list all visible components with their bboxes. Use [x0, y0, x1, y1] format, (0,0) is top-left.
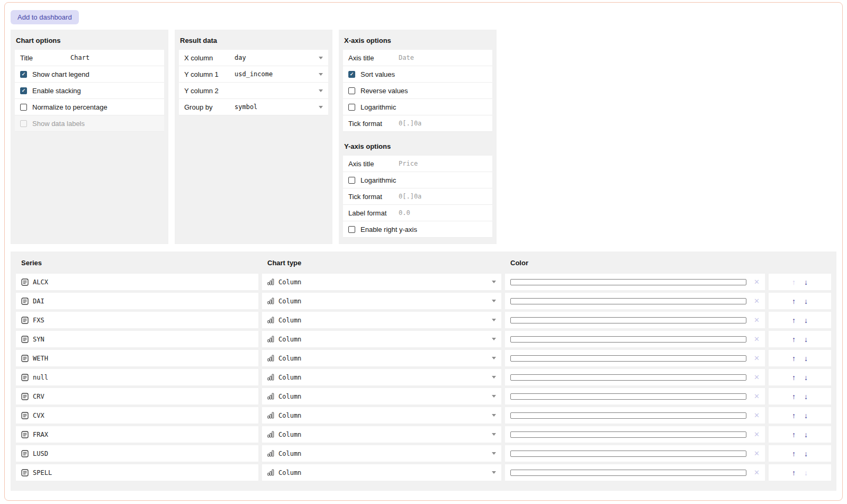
x-tick-format-input[interactable] [399, 120, 487, 127]
column-chart-icon [267, 355, 274, 362]
clear-color-icon[interactable]: ✕ [754, 297, 760, 305]
enable-right-y-axis-checkbox[interactable] [348, 226, 355, 233]
clear-color-icon[interactable]: ✕ [754, 469, 760, 476]
x-logarithmic-label: Logarithmic [361, 103, 396, 111]
clear-color-icon[interactable]: ✕ [754, 430, 760, 438]
table-row: FXS Column ✕ ↑ ↓ [16, 312, 831, 328]
clear-color-icon[interactable]: ✕ [754, 449, 760, 457]
y-column-2-select[interactable]: Y column 2 [179, 83, 328, 99]
move-up-button[interactable]: ↑ [792, 298, 796, 305]
series-legend-icon [21, 278, 29, 286]
y-column-1-select[interactable]: Y column 1 usd_income [179, 66, 328, 83]
y-label-format-input[interactable] [399, 209, 487, 217]
move-down-button[interactable]: ↓ [804, 393, 808, 400]
move-down-button[interactable]: ↓ [804, 317, 808, 324]
row-actions: ↑ ↓ [769, 274, 831, 290]
chevron-down-icon [492, 433, 496, 436]
chart-type-select[interactable]: Column [262, 293, 501, 309]
color-input[interactable] [510, 355, 746, 362]
chart-type-select[interactable]: Column [262, 350, 501, 366]
series-color-cell: ✕ [505, 388, 765, 404]
move-down-button[interactable]: ↓ [804, 431, 808, 438]
chart-type-select[interactable]: Column [262, 464, 501, 481]
series-name: ALCX [33, 278, 48, 286]
chart-type-select[interactable]: Column [262, 369, 501, 385]
chart-type-select[interactable]: Column [262, 331, 501, 347]
color-input[interactable] [510, 431, 746, 438]
color-input[interactable] [510, 374, 746, 381]
color-input[interactable] [510, 412, 746, 419]
x-column-select[interactable]: X column day [179, 50, 328, 66]
enable-stacking-label: Enable stacking [32, 87, 81, 95]
series-name-cell: SPELL [16, 464, 258, 481]
move-down-button[interactable]: ↓ [804, 374, 808, 381]
color-input[interactable] [510, 298, 746, 304]
move-up-button[interactable]: ↑ [792, 355, 796, 362]
clear-color-icon[interactable]: ✕ [754, 392, 760, 400]
move-down-button[interactable]: ↓ [804, 336, 808, 343]
move-up-button[interactable]: ↑ [792, 412, 796, 419]
y-logarithmic-row: Logarithmic [343, 172, 492, 188]
reverse-values-checkbox[interactable] [348, 87, 355, 94]
chart-type-select[interactable]: Column [262, 445, 501, 462]
normalize-percentage-checkbox[interactable] [20, 104, 27, 111]
y-tick-format-input[interactable] [399, 193, 487, 200]
chart-type-select[interactable]: Column [262, 388, 501, 404]
move-up-button[interactable]: ↑ [792, 431, 796, 438]
chart-type-select[interactable]: Column [262, 274, 501, 290]
color-input[interactable] [510, 317, 746, 323]
color-input[interactable] [510, 470, 746, 476]
chart-type-select[interactable]: Column [262, 426, 501, 443]
enable-right-y-axis-row: Enable right y-axis [343, 221, 492, 238]
x-column-value: day [235, 54, 246, 61]
move-up-button[interactable]: ↑ [792, 336, 796, 343]
column-chart-icon [267, 298, 274, 304]
column-chart-icon [267, 412, 274, 419]
y-logarithmic-checkbox[interactable] [348, 177, 355, 184]
color-input[interactable] [510, 451, 746, 457]
move-up-button[interactable]: ↑ [792, 450, 796, 457]
move-down-button[interactable]: ↓ [804, 355, 808, 362]
y-axis-title-row: Axis title [343, 156, 492, 172]
clear-color-icon[interactable]: ✕ [754, 354, 760, 362]
clear-color-icon[interactable]: ✕ [754, 411, 760, 419]
move-up-button[interactable]: ↑ [792, 393, 796, 400]
add-to-dashboard-button[interactable]: Add to dashboard [11, 10, 79, 24]
move-down-button[interactable]: ↓ [804, 450, 808, 457]
move-up-button[interactable]: ↑ [792, 317, 796, 324]
column-chart-icon [267, 317, 274, 323]
series-color-cell: ✕ [505, 369, 765, 385]
chart-type-select[interactable]: Column [262, 312, 501, 328]
enable-stacking-checkbox[interactable] [20, 87, 27, 94]
move-up-button[interactable]: ↑ [792, 374, 796, 381]
table-row: null Column ✕ ↑ ↓ [16, 369, 831, 385]
chevron-down-icon [319, 57, 323, 59]
color-input[interactable] [510, 393, 746, 400]
row-actions: ↑ ↓ [769, 426, 831, 443]
column-chart-icon [267, 374, 274, 381]
clear-color-icon[interactable]: ✕ [754, 373, 760, 381]
show-data-labels-checkbox [20, 120, 27, 127]
show-legend-checkbox[interactable] [20, 71, 27, 78]
x-logarithmic-checkbox[interactable] [348, 104, 355, 111]
move-down-button[interactable]: ↓ [804, 412, 808, 419]
color-input[interactable] [510, 279, 746, 285]
move-down-button[interactable]: ↓ [804, 298, 808, 305]
chart-type-select[interactable]: Column [262, 407, 501, 424]
move-up-button[interactable]: ↑ [792, 469, 796, 476]
color-input[interactable] [510, 336, 746, 343]
move-up-button[interactable]: ↑ [792, 278, 796, 286]
result-data-heading: Result data [175, 30, 332, 50]
move-down-button[interactable]: ↓ [804, 469, 808, 476]
clear-color-icon[interactable]: ✕ [754, 335, 760, 343]
result-data-panel: Result data X column day Y column 1 usd_… [175, 30, 332, 244]
y-axis-title-input[interactable] [399, 160, 487, 167]
clear-color-icon[interactable]: ✕ [754, 278, 760, 286]
x-axis-title-input[interactable] [399, 54, 487, 61]
chart-type-value: Column [278, 469, 301, 476]
chart-title-input[interactable] [70, 54, 159, 61]
sort-values-checkbox[interactable] [348, 71, 355, 78]
group-by-select[interactable]: Group by symbol [179, 99, 328, 115]
move-down-button[interactable]: ↓ [804, 278, 808, 286]
clear-color-icon[interactable]: ✕ [754, 316, 760, 324]
